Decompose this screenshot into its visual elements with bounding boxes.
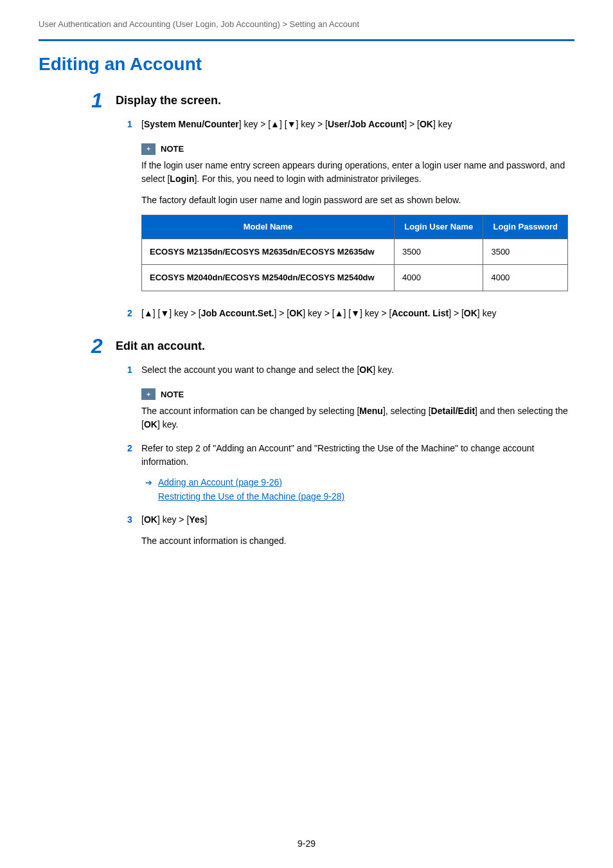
td-model: ECOSYS M2135dn/ECOSYS M2635dn/ECOSYS M26… (142, 239, 395, 265)
step-2-number: 2 (91, 334, 103, 358)
substep-text: Refer to step 2 of "Adding an Account" a… (141, 443, 534, 467)
note-text: The account information can be changed b… (141, 404, 568, 431)
note-text-2: The factory default login user name and … (141, 194, 568, 207)
td-model: ECOSYS M2040dn/ECOSYS M2540dn/ECOSYS M25… (142, 265, 395, 291)
step-1-sub-2: 2 [▲] [▼] key > [Job Account.Set.] > [OK… (141, 307, 574, 320)
substep-text: [System Menu/Counter] key > [▲] [▼] key … (141, 119, 452, 129)
note-text-1: If the login user name entry screen appe… (141, 159, 568, 186)
substep-number: 1 (127, 118, 132, 131)
th-model: Model Name (142, 215, 395, 239)
note-header: NOTE (141, 143, 184, 156)
note-icon (141, 388, 155, 400)
table-row: ECOSYS M2040dn/ECOSYS M2540dn/ECOSYS M25… (142, 265, 568, 291)
step-2-sub-3: 3 [OK] key > [Yes] (141, 513, 574, 527)
td-password: 4000 (483, 265, 568, 291)
note-label: NOTE (161, 143, 184, 156)
step-1: 1 Display the screen. 1 [System Menu/Cou… (116, 94, 574, 320)
step-2-sub-1: 1 Select the account you want to change … (141, 363, 574, 377)
table-row: ECOSYS M2135dn/ECOSYS M2635dn/ECOSYS M26… (142, 239, 568, 265)
step-1-sub-1: 1 [System Menu/Counter] key > [▲] [▼] ke… (141, 118, 574, 131)
page-number: 9-29 (0, 838, 613, 849)
arrow-icon: ➔ (145, 476, 152, 490)
substep-number: 3 (127, 513, 132, 527)
note-header: NOTE (141, 388, 184, 401)
substep-number: 1 (127, 363, 132, 377)
link-adding-account[interactable]: Adding an Account (page 9-26) (158, 477, 282, 487)
step-1-title: Display the screen. (116, 94, 574, 107)
note-block-1: NOTE If the login user name entry screen… (141, 141, 568, 291)
step-2: 2 Edit an account. 1 Select the account … (116, 339, 574, 546)
substep-number: 2 (127, 307, 132, 320)
substep-text: Select the account you want to change an… (141, 365, 394, 375)
link-list: ➔ Adding an Account (page 9-26) Restrict… (158, 475, 574, 504)
substep-text: [OK] key > [Yes] (141, 514, 207, 525)
page-title: Editing an Account (39, 54, 574, 75)
note-block-2: NOTE The account information can be chan… (141, 387, 568, 431)
td-password: 3500 (483, 239, 568, 265)
substep-number: 2 (127, 442, 132, 455)
step-2-sub-2: 2 Refer to step 2 of "Adding an Account"… (141, 442, 574, 504)
th-username: Login User Name (395, 215, 483, 239)
result-text: The account information is changed. (141, 536, 574, 546)
header-divider (39, 39, 574, 41)
substep-text: [▲] [▼] key > [Job Account.Set.] > [OK] … (141, 308, 496, 318)
link-restricting-use[interactable]: Restricting the Use of the Machine (page… (158, 491, 344, 502)
th-password: Login Password (483, 215, 568, 239)
td-username: 3500 (395, 239, 483, 265)
note-label: NOTE (161, 388, 184, 401)
breadcrumb: User Authentication and Accounting (User… (39, 19, 574, 34)
step-1-number: 1 (91, 89, 103, 113)
step-2-title: Edit an account. (116, 339, 574, 353)
login-credentials-table: Model Name Login User Name Login Passwor… (141, 215, 568, 291)
note-icon (141, 143, 155, 155)
td-username: 4000 (395, 265, 483, 291)
